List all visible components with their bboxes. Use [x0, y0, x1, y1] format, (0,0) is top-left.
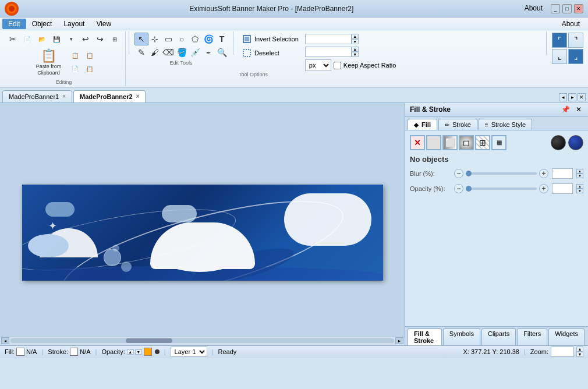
- opacity-plus-button[interactable]: +: [539, 184, 548, 193]
- bottom-right-snap-button[interactable]: ⌟: [568, 49, 583, 64]
- rect-tool[interactable]: ▭: [161, 33, 175, 45]
- extra-button[interactable]: ⊞: [108, 33, 122, 45]
- banner-canvas[interactable]: ✦: [22, 185, 383, 281]
- opacity-down-button[interactable]: ▼: [576, 189, 583, 193]
- layer-select[interactable]: Layer 1: [171, 346, 207, 357]
- unit-select[interactable]: px cm mm in: [305, 59, 331, 71]
- zoom-down-button[interactable]: ▼: [576, 352, 583, 357]
- menu-view[interactable]: View: [90, 19, 117, 29]
- fill-solid-button[interactable]: [426, 135, 441, 150]
- horizontal-scrollbar[interactable]: ◂ ▸: [0, 336, 405, 345]
- scroll-left-button[interactable]: ◂: [1, 337, 9, 344]
- scroll-right-button[interactable]: ▸: [395, 337, 403, 344]
- eyedropper-tool[interactable]: 💉: [188, 46, 202, 59]
- ellipse-tool[interactable]: ○: [175, 33, 189, 45]
- menu-object[interactable]: Object: [26, 19, 58, 29]
- tab-prev-button[interactable]: ◂: [559, 93, 567, 101]
- keep-aspect-ratio-checkbox[interactable]: [334, 62, 341, 69]
- blur-up-button[interactable]: ▲: [576, 169, 583, 174]
- height-input[interactable]: [305, 47, 352, 57]
- cut-button[interactable]: ✂: [6, 33, 20, 45]
- color-picker-button[interactable]: [568, 135, 583, 150]
- height-down-button[interactable]: ▼: [352, 52, 359, 57]
- width-up-button[interactable]: ▲: [352, 34, 359, 39]
- text-tool[interactable]: T: [215, 33, 229, 45]
- paste-from-clipboard-button[interactable]: 📋 Paste fromClipboard: [31, 47, 66, 78]
- spiral-tool[interactable]: 🌀: [201, 33, 215, 45]
- fill-linear-grad-button[interactable]: ⬜: [442, 135, 458, 150]
- path-tool[interactable]: ✒: [201, 46, 215, 59]
- filters-tab[interactable]: Filters: [517, 328, 547, 345]
- about-button[interactable]: About: [525, 4, 543, 13]
- minimize-button[interactable]: _: [551, 4, 560, 13]
- zoom-input[interactable]: 135%: [551, 346, 574, 357]
- maximize-button[interactable]: □: [562, 4, 572, 13]
- select-tool[interactable]: ↖: [134, 33, 148, 45]
- copy-button[interactable]: 📋: [68, 49, 82, 62]
- menu-edit[interactable]: Edit: [2, 19, 26, 29]
- opacity-slider-thumb[interactable]: [466, 186, 472, 192]
- width-input[interactable]: [305, 34, 352, 44]
- zoom-tool[interactable]: 🔍: [215, 46, 229, 59]
- opacity-status-down[interactable]: ▼: [135, 349, 142, 355]
- brush-tool[interactable]: 🖌: [148, 46, 162, 59]
- stroke-style-tab[interactable]: ≡ Stroke Style: [479, 119, 532, 130]
- fill-radial-grad-button[interactable]: ◻: [459, 135, 474, 150]
- widgets-tab[interactable]: Widgets: [548, 328, 585, 345]
- invert-selection-button[interactable]: Invert Selection: [239, 33, 302, 45]
- color-wheel-button[interactable]: [551, 135, 566, 150]
- stroke-tab[interactable]: ✏ Stroke: [438, 119, 477, 130]
- blur-slider-track[interactable]: [466, 172, 537, 175]
- opacity-input[interactable]: 0: [552, 183, 573, 194]
- open-button[interactable]: 📂: [35, 33, 49, 45]
- expand-button[interactable]: 📋: [83, 49, 97, 62]
- top-left-snap-button[interactable]: ⌜: [552, 33, 567, 48]
- scroll-thumb[interactable]: [126, 338, 172, 343]
- tab-close-all-button[interactable]: ✕: [578, 93, 586, 101]
- blur-minus-button[interactable]: −: [454, 169, 463, 178]
- node-tool[interactable]: ⊹: [148, 33, 162, 45]
- fill-swatch-button[interactable]: ▦: [491, 135, 506, 150]
- fill-tool[interactable]: 🪣: [175, 46, 189, 59]
- fill-tab[interactable]: ◆ Fill: [408, 119, 437, 130]
- height-up-button[interactable]: ▲: [352, 47, 359, 52]
- fill-stroke-tab[interactable]: Fill & Stroke: [408, 328, 442, 345]
- scroll-track[interactable]: [10, 338, 394, 343]
- width-down-button[interactable]: ▼: [352, 39, 359, 44]
- more-button[interactable]: ▾: [64, 33, 78, 45]
- canvas-area[interactable]: ✦: [0, 103, 405, 336]
- menu-layout[interactable]: Layout: [58, 19, 90, 29]
- panel-pin-button[interactable]: 📌: [559, 105, 572, 114]
- save-button[interactable]: 💾: [49, 33, 63, 45]
- tab-0[interactable]: MadeProBanner1 ×: [2, 90, 72, 102]
- blur-slider-thumb[interactable]: [466, 171, 472, 176]
- pencil-tool[interactable]: ✎: [134, 46, 148, 59]
- opacity-status-up[interactable]: ▲: [127, 349, 134, 355]
- fill-pattern-button[interactable]: ⊞: [475, 135, 490, 150]
- polygon-tool[interactable]: ⬠: [188, 33, 202, 45]
- blur-input[interactable]: 0: [552, 168, 573, 179]
- extra2-button[interactable]: 📋: [83, 62, 97, 75]
- fill-none-button[interactable]: ✕: [410, 135, 425, 150]
- deselect-button[interactable]: Deselect: [239, 47, 302, 59]
- cliparts-tab[interactable]: Cliparts: [481, 328, 516, 345]
- about-menu-button[interactable]: About: [556, 19, 586, 29]
- blur-down-button[interactable]: ▼: [576, 174, 583, 178]
- blur-plus-button[interactable]: +: [539, 169, 548, 178]
- close-button[interactable]: ✕: [574, 4, 583, 13]
- tab-next-button[interactable]: ▸: [568, 93, 576, 101]
- eraser-tool[interactable]: ⌫: [161, 46, 175, 59]
- tab-1-close[interactable]: ×: [136, 93, 140, 100]
- undo-button[interactable]: ↩: [79, 33, 93, 45]
- tab-0-close[interactable]: ×: [62, 93, 66, 100]
- panel-close-button[interactable]: ✕: [574, 105, 583, 114]
- new-button[interactable]: 📄: [20, 33, 34, 45]
- opacity-up-button[interactable]: ▲: [576, 184, 583, 189]
- top-right-snap-button[interactable]: ⌝: [568, 33, 583, 48]
- zoom-up-button[interactable]: ▲: [576, 346, 583, 352]
- redo-button[interactable]: ↪: [93, 33, 107, 45]
- paste2-button[interactable]: 📄: [68, 62, 82, 75]
- opacity-slider-track[interactable]: [466, 188, 537, 190]
- symbols-tab[interactable]: Symbols: [443, 328, 480, 345]
- bottom-left-snap-button[interactable]: ⌞: [552, 49, 567, 64]
